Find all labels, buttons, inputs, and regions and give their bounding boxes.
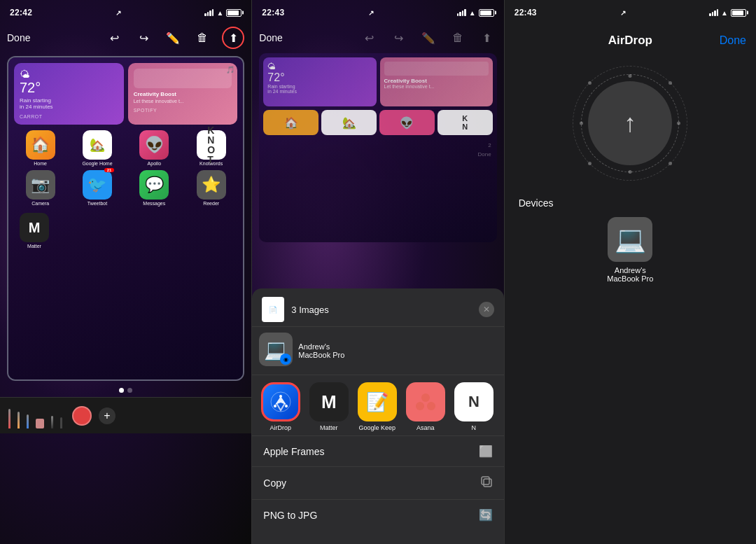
panel2-toolbar: Done ↩ ↪ ✏️ 🗑 ⬆ (252, 22, 503, 53)
png-to-jpg-action[interactable]: PNG to JPG 🔄 (252, 500, 503, 530)
dark-pencil-tool[interactable] (51, 403, 53, 428)
panel2-status-bar: 22:43 ↗ ▲ (252, 0, 503, 22)
matter-share-label: Matter (320, 424, 338, 431)
airdrop-device-row[interactable]: 💻 ◉ Andrew'sMacBook Pro (252, 327, 503, 375)
share-apps-row: AirDrop M Matter 📝 Google Keep (252, 375, 503, 436)
panel3-signal (709, 9, 718, 16)
apollo-app-label: Apollo (148, 161, 161, 166)
share-app-airdrop[interactable]: AirDrop (258, 382, 303, 431)
eraser-tool[interactable] (36, 403, 44, 428)
gkeep-share-label: Google Keep (359, 424, 396, 431)
spotify-label: Spotify (134, 108, 232, 113)
app-item-messages[interactable]: 💬 Messages (128, 170, 181, 206)
panel2-inner: 22:43 ↗ ▲ Done ↩ ↪ ✏️ (252, 0, 503, 544)
png-to-jpg-icon: 🔄 (479, 508, 493, 522)
svg-point-5 (416, 402, 424, 410)
home-app-icon: 🏠 (26, 130, 55, 160)
spotify-title: Creativity Boost (134, 91, 232, 97)
page-indicator (0, 384, 251, 397)
panel2-signal (457, 9, 466, 16)
orange-pencil-tool[interactable] (18, 403, 20, 428)
panel3-status-icons: ▲ (709, 9, 746, 17)
share-app-asana[interactable]: Asana (402, 382, 448, 431)
airdrop-header: AirDrop Done (505, 22, 756, 53)
svg-rect-8 (482, 477, 489, 484)
share-close-button[interactable]: ✕ (479, 302, 494, 317)
svg-point-4 (421, 393, 430, 402)
app-item-googlehome[interactable]: 🏡 Google Home (71, 130, 123, 166)
copy-icon (480, 475, 493, 491)
app-item-matter[interactable]: M Matter (20, 213, 49, 249)
trash-button[interactable]: 🗑 (192, 28, 212, 48)
panel1-wifi-icon: ▲ (216, 9, 223, 17)
app-item-reeder[interactable]: ⭐ Reeder (185, 170, 237, 206)
apollo-app-icon: 👽 (139, 130, 169, 160)
airdrop-done-button[interactable]: Done (720, 34, 746, 47)
airdrop-macbook-preview-icon: 💻 ◉ (259, 333, 293, 366)
n-share-icon: N (454, 382, 493, 421)
camera-app-icon: 📷 (26, 170, 55, 200)
reeder-app-icon: ⭐ (197, 170, 226, 200)
app-item-knotwords[interactable]: KNOT Knotwords (185, 130, 237, 166)
airdrop-app-label: AirDrop (270, 424, 292, 431)
markup-button[interactable]: ✏️ (163, 28, 183, 48)
tweetbot-app-icon: 🐦 21 (83, 170, 112, 200)
share-app-n[interactable]: N N (451, 382, 496, 431)
airdrop-dots-outer: ↑ (574, 67, 686, 179)
widget-row: 🌤 72° Rain startingin 24 minutes CARROT … (14, 63, 237, 125)
matter-share-icon: M (309, 382, 349, 421)
asana-share-label: Asana (416, 424, 435, 431)
app-item-apollo[interactable]: 👽 Apollo (128, 130, 181, 166)
app-grid-1: 🏠 Home 🏡 Google Home 👽 Apollo KNOT Knotw… (14, 130, 237, 166)
share-button[interactable]: ⬆ (222, 27, 244, 49)
panel2-wifi-icon: ▲ (469, 9, 476, 17)
spotify-widget: 🎵 Creativity Boost Let these innovative … (128, 63, 238, 125)
app-grid-2: 📷 Camera 🐦 21 Tweetbot 💬 Messages ⭐ Reed… (14, 170, 237, 206)
p2-trash-button[interactable]: 🗑 (448, 28, 468, 48)
app-item-tweetbot[interactable]: 🐦 21 Tweetbot (71, 170, 123, 206)
airdrop-macbook-name: Andrew'sMacBook Pro (607, 266, 653, 283)
messages-app-label: Messages (143, 201, 165, 206)
airdrop-devices-section: Devices 💻 Andrew'sMacBook Pro (505, 186, 756, 283)
undo-button[interactable]: ↩ (104, 28, 124, 48)
airdrop-circle: ↑ (588, 81, 672, 165)
panel1-done-button[interactable]: Done (7, 32, 30, 43)
matter-row: M Matter (14, 210, 237, 251)
copy-label: Copy (263, 477, 479, 489)
svg-point-3 (285, 405, 288, 407)
googlehome-app-icon: 🏡 (83, 130, 112, 160)
record-button[interactable] (72, 406, 92, 426)
dark-pencil2-tool[interactable] (60, 403, 62, 428)
p2-markup-button[interactable]: ✏️ (419, 28, 438, 48)
add-tool-button[interactable]: + (99, 407, 115, 424)
p2-share-button[interactable]: ⬆ (477, 28, 497, 48)
panel2-done-button[interactable]: Done (259, 32, 282, 43)
panel2-battery-icon (479, 9, 494, 17)
app-item-home[interactable]: 🏠 Home (14, 130, 66, 166)
p2-undo-button[interactable]: ↩ (360, 28, 379, 48)
panel1-status-icons: ▲ (204, 9, 241, 17)
share-file-icon: 📄 (262, 297, 284, 322)
panel2-status-icons: ▲ (457, 9, 494, 17)
red-pencil-tool[interactable] (8, 403, 10, 428)
home-app-label: Home (34, 161, 47, 166)
panel2-time: 22:43 (262, 8, 284, 18)
p2-redo-button[interactable]: ↪ (389, 28, 409, 48)
knotwords-app-icon: KNOT (197, 130, 226, 160)
apple-frames-action[interactable]: Apple Frames ⬜ (252, 436, 503, 467)
blue-pencil-tool[interactable] (27, 403, 29, 428)
panel1-status-bar: 22:42 ↗ ▲ (0, 0, 251, 22)
panel-share-sheet: 22:43 ↗ ▲ Done ↩ ↪ ✏️ (252, 0, 504, 544)
p2-screenshot-preview: 🌤 72° Rain startingin 24 minutes Creativ… (259, 53, 496, 242)
app-item-camera[interactable]: 📷 Camera (14, 170, 66, 206)
page-dot-2 (127, 388, 132, 393)
drawing-toolbar: + (0, 397, 251, 433)
share-app-gkeep[interactable]: 📝 Google Keep (354, 382, 400, 431)
redo-button[interactable]: ↪ (134, 28, 153, 48)
gkeep-share-icon: 📝 (358, 382, 397, 421)
copy-action[interactable]: Copy (252, 467, 503, 500)
airdrop-macbook-card[interactable]: 💻 Andrew'sMacBook Pro (519, 217, 742, 283)
panel3-status-bar: 22:43 ↗ ▲ (505, 0, 756, 22)
airdrop-app-icon (261, 382, 300, 421)
share-app-matter[interactable]: M Matter (306, 382, 351, 431)
